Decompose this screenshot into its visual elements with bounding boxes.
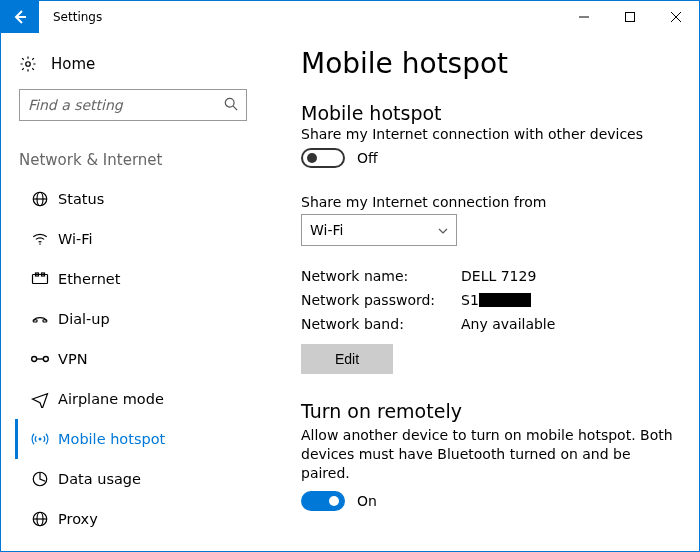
sidebar-list: Status Wi-Fi Ethernet Dial-up [15, 179, 251, 539]
sidebar-item-label: Airplane mode [58, 391, 164, 407]
hotspot-heading: Mobile hotspot [301, 102, 679, 124]
proxy-icon [22, 510, 58, 528]
sidebar-item-wifi[interactable]: Wi-Fi [15, 219, 251, 259]
sidebar-item-vpn[interactable]: VPN [15, 339, 251, 379]
remote-heading: Turn on remotely [301, 400, 679, 422]
sidebar-home-label: Home [51, 55, 95, 73]
wifi-icon [22, 230, 58, 248]
sidebar-item-hotspot[interactable]: Mobile hotspot [15, 419, 251, 459]
sidebar-item-status[interactable]: Status [15, 179, 251, 219]
network-name-label: Network name: [301, 268, 461, 284]
titlebar: Settings [1, 1, 699, 33]
remote-description: Allow another device to turn on mobile h… [301, 426, 679, 483]
svg-point-5 [26, 62, 31, 67]
network-info-table: Network name: DELL 7129 Network password… [301, 268, 679, 332]
maximize-button[interactable] [607, 1, 653, 33]
chevron-down-icon [438, 224, 448, 237]
hotspot-toggle-label: Off [357, 150, 378, 166]
network-band-value: Any available [461, 316, 679, 332]
network-name-value: DELL 7129 [461, 268, 679, 284]
sidebar-item-ethernet[interactable]: Ethernet [15, 259, 251, 299]
sidebar-item-label: Status [58, 191, 104, 207]
remote-toggle[interactable] [301, 491, 345, 511]
search-input[interactable] [28, 97, 224, 113]
data-usage-icon [22, 470, 58, 488]
sidebar-item-label: Dial-up [58, 311, 110, 327]
sidebar-item-label: Ethernet [58, 271, 120, 287]
close-button[interactable] [653, 1, 699, 33]
network-password-label: Network password: [301, 292, 461, 308]
dialup-icon [22, 310, 58, 328]
password-redaction [479, 293, 531, 307]
sidebar: Home Network & Internet Status Wi-Fi [1, 33, 263, 552]
sidebar-item-data-usage[interactable]: Data usage [15, 459, 251, 499]
sidebar-item-dialup[interactable]: Dial-up [15, 299, 251, 339]
share-from-combo[interactable]: Wi-Fi [301, 214, 457, 246]
window-title: Settings [39, 1, 102, 33]
sidebar-item-label: Mobile hotspot [58, 431, 165, 447]
page-title: Mobile hotspot [301, 47, 679, 80]
svg-point-20 [39, 438, 42, 441]
status-icon [22, 190, 58, 208]
airplane-icon [22, 390, 58, 408]
close-icon [671, 12, 681, 22]
sidebar-item-label: Wi-Fi [58, 231, 93, 247]
svg-point-11 [39, 243, 41, 245]
minimize-button[interactable] [561, 1, 607, 33]
minimize-icon [579, 12, 589, 22]
svg-point-6 [225, 98, 234, 107]
search-icon [224, 97, 238, 114]
sidebar-group-label: Network & Internet [15, 121, 251, 179]
sidebar-item-proxy[interactable]: Proxy [15, 499, 251, 539]
svg-rect-12 [33, 275, 48, 284]
share-from-value: Wi-Fi [310, 222, 343, 238]
ethernet-icon [22, 270, 58, 288]
sidebar-home[interactable]: Home [15, 47, 251, 83]
share-from-label: Share my Internet connection from [301, 194, 679, 210]
sidebar-item-airplane[interactable]: Airplane mode [15, 379, 251, 419]
hotspot-description: Share my Internet connection with other … [301, 126, 679, 142]
svg-point-18 [43, 357, 48, 362]
network-band-label: Network band: [301, 316, 461, 332]
sidebar-item-label: VPN [58, 351, 88, 367]
vpn-icon [22, 350, 58, 368]
svg-rect-15 [33, 320, 37, 322]
svg-line-7 [233, 106, 237, 110]
arrow-left-icon [12, 9, 28, 25]
sidebar-item-label: Data usage [58, 471, 141, 487]
network-password-value: S1 [461, 292, 679, 308]
sidebar-item-label: Proxy [58, 511, 98, 527]
svg-point-17 [32, 357, 37, 362]
maximize-icon [625, 12, 635, 22]
gear-icon [19, 55, 51, 73]
hotspot-icon [22, 430, 58, 448]
back-button[interactable] [1, 1, 39, 33]
svg-rect-2 [626, 13, 635, 22]
main-panel: Mobile hotspot Mobile hotspot Share my I… [263, 33, 699, 552]
svg-rect-16 [43, 320, 47, 322]
edit-button[interactable]: Edit [301, 344, 393, 374]
search-box[interactable] [19, 89, 247, 121]
remote-toggle-label: On [357, 493, 377, 509]
hotspot-toggle[interactable] [301, 148, 345, 168]
